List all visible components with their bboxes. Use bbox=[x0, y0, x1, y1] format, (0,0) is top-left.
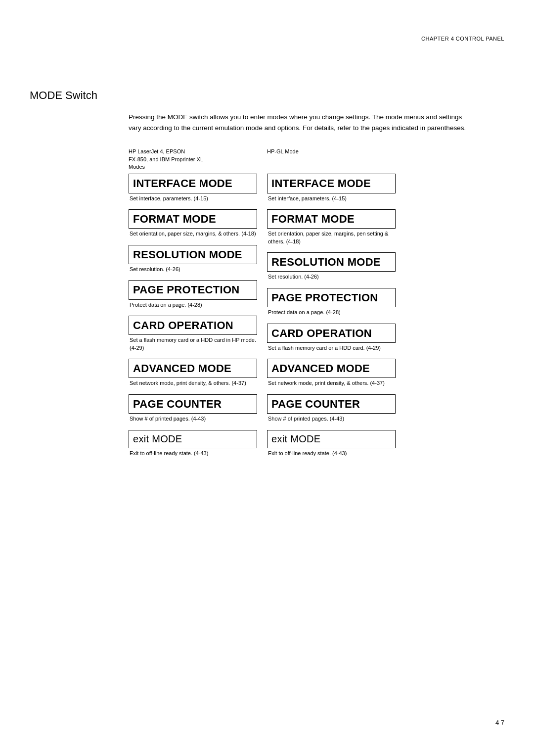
mode-label: PAGE COUNTER bbox=[271, 398, 390, 410]
mode-label: ADVANCED MODE bbox=[271, 362, 390, 375]
mode-label: CARD OPERATION bbox=[133, 319, 252, 331]
mode-label: exit MODE bbox=[271, 433, 390, 445]
mode-desc: Show # of printed pages. (4-43) bbox=[267, 415, 396, 423]
page: CHAPTER 4 CONTROL PANEL MODE Switch Pres… bbox=[0, 0, 534, 756]
mode-item: CARD OPERATIONSet a flash memory card or… bbox=[267, 324, 396, 352]
mode-label: RESOLUTION MODE bbox=[271, 256, 390, 268]
mode-desc: Show # of printed pages. (4-43) bbox=[129, 415, 257, 423]
chapter-header: CHAPTER 4 CONTROL PANEL bbox=[421, 36, 504, 42]
mode-item: FORMAT MODESet orientation, paper size, … bbox=[129, 209, 257, 238]
mode-label: FORMAT MODE bbox=[271, 213, 390, 225]
mode-label: exit MODE bbox=[133, 433, 252, 445]
mode-box: ADVANCED MODE bbox=[267, 359, 396, 378]
mode-label: PAGE PROTECTION bbox=[271, 291, 390, 304]
mode-box: PAGE PROTECTION bbox=[267, 288, 396, 307]
mode-box: CARD OPERATION bbox=[267, 324, 396, 343]
left-column-header: HP LaserJet 4, EPSON FX-850, and IBM Pro… bbox=[129, 148, 257, 171]
mode-desc: Set a flash memory card or a HDD card. (… bbox=[267, 344, 396, 352]
mode-box: INTERFACE MODE bbox=[267, 174, 396, 193]
mode-desc: Set interface, parameters. (4-15) bbox=[129, 195, 257, 202]
right-column: INTERFACE MODESet interface, parameters.… bbox=[267, 174, 396, 464]
mode-label: FORMAT MODE bbox=[133, 213, 252, 225]
mode-label: INTERFACE MODE bbox=[271, 177, 390, 189]
mode-item: PAGE COUNTERShow # of printed pages. (4-… bbox=[129, 394, 257, 423]
mode-desc: Set orientation, paper size, margins, & … bbox=[129, 230, 257, 237]
mode-box: exit MODE bbox=[129, 430, 257, 448]
mode-label: CARD OPERATION bbox=[271, 327, 390, 339]
mode-label: RESOLUTION MODE bbox=[133, 248, 252, 261]
mode-box: ADVANCED MODE bbox=[129, 359, 257, 378]
mode-box: RESOLUTION MODE bbox=[267, 252, 396, 272]
mode-box: PAGE COUNTER bbox=[267, 394, 396, 414]
mode-item: exit MODEExit to off-line ready state. (… bbox=[129, 430, 257, 457]
mode-box: PAGE PROTECTION bbox=[129, 280, 257, 299]
mode-item: RESOLUTION MODESet resolution. (4-26) bbox=[129, 245, 257, 274]
mode-item: PAGE PROTECTIONProtect data on a page. (… bbox=[129, 280, 257, 309]
mode-desc: Protect data on a page. (4-28) bbox=[129, 301, 257, 309]
mode-box: exit MODE bbox=[267, 430, 396, 448]
intro-text: Pressing the MODE switch allows you to e… bbox=[129, 112, 475, 133]
mode-desc: Set interface, parameters. (4-15) bbox=[267, 195, 396, 202]
mode-item: exit MODEExit to off-line ready state. (… bbox=[267, 430, 396, 457]
mode-desc: Exit to off-line ready state. (4-43) bbox=[129, 450, 257, 457]
mode-box: INTERFACE MODE bbox=[129, 174, 257, 193]
page-number: 4 7 bbox=[495, 719, 504, 726]
mode-desc: Exit to off-line ready state. (4-43) bbox=[267, 450, 396, 457]
mode-box: RESOLUTION MODE bbox=[129, 245, 257, 264]
mode-desc: Set orientation, paper size, margins, pe… bbox=[267, 230, 396, 245]
modes-container: HP LaserJet 4, EPSON FX-850, and IBM Pro… bbox=[129, 148, 475, 464]
mode-label: PAGE COUNTER bbox=[133, 398, 252, 410]
mode-desc: Protect data on a page. (4-28) bbox=[267, 309, 396, 316]
mode-item: INTERFACE MODESet interface, parameters.… bbox=[129, 174, 257, 202]
mode-item: CARD OPERATIONSet a flash memory card or… bbox=[129, 316, 257, 352]
mode-desc: Set resolution. (4-26) bbox=[129, 266, 257, 273]
mode-item: RESOLUTION MODESet resolution. (4-26) bbox=[267, 252, 396, 281]
left-column: INTERFACE MODESet interface, parameters.… bbox=[129, 174, 257, 464]
column-headers: HP LaserJet 4, EPSON FX-850, and IBM Pro… bbox=[129, 148, 475, 171]
mode-label: PAGE PROTECTION bbox=[133, 284, 252, 296]
section-title: MODE Switch bbox=[30, 89, 504, 102]
mode-label: INTERFACE MODE bbox=[133, 177, 252, 189]
right-column-header: HP-GL Mode bbox=[267, 148, 386, 171]
mode-desc: Set network mode, print density, & other… bbox=[267, 379, 396, 387]
mode-item: PAGE COUNTERShow # of printed pages. (4-… bbox=[267, 394, 396, 423]
mode-item: ADVANCED MODESet network mode, print den… bbox=[129, 359, 257, 387]
mode-desc: Set a flash memory card or a HDD card in… bbox=[129, 336, 257, 352]
mode-desc: Set network mode, print density, & other… bbox=[129, 379, 257, 387]
mode-box: PAGE COUNTER bbox=[129, 394, 257, 414]
mode-item: PAGE PROTECTIONProtect data on a page. (… bbox=[267, 288, 396, 317]
mode-box: FORMAT MODE bbox=[267, 209, 396, 229]
mode-box: CARD OPERATION bbox=[129, 316, 257, 335]
mode-item: INTERFACE MODESet interface, parameters.… bbox=[267, 174, 396, 202]
mode-item: ADVANCED MODESet network mode, print den… bbox=[267, 359, 396, 387]
mode-box: FORMAT MODE bbox=[129, 209, 257, 229]
modes-grid: INTERFACE MODESet interface, parameters.… bbox=[129, 174, 475, 464]
mode-item: FORMAT MODESet orientation, paper size, … bbox=[267, 209, 396, 245]
mode-label: ADVANCED MODE bbox=[133, 362, 252, 375]
mode-desc: Set resolution. (4-26) bbox=[267, 273, 396, 281]
